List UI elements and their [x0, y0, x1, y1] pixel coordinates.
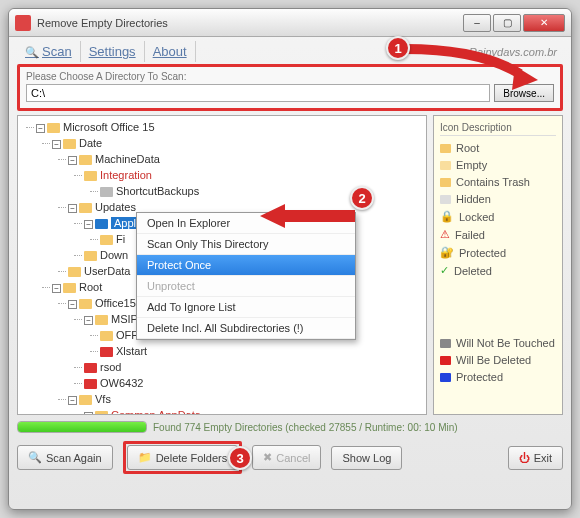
- folder-icon: [84, 251, 97, 261]
- folder-icon: [79, 155, 92, 165]
- tree-node[interactable]: Office15: [95, 297, 136, 309]
- show-log-button[interactable]: Show Log: [331, 446, 402, 470]
- tree-node[interactable]: Integration: [100, 169, 152, 181]
- annotation-arrow-2: [260, 198, 360, 238]
- red-square-icon: [440, 356, 451, 365]
- exit-icon: ⏻: [519, 452, 530, 464]
- collapse-icon[interactable]: −: [68, 396, 77, 405]
- svg-marker-0: [512, 66, 538, 90]
- status-text: Found 774 Empty Directories (checked 278…: [153, 422, 458, 433]
- tree-node[interactable]: MSIP: [111, 313, 138, 325]
- tree-node[interactable]: rsod: [100, 361, 121, 373]
- folder-icon: [100, 331, 113, 341]
- folder-icon: [79, 203, 92, 213]
- annotation-badge-3: 3: [228, 446, 252, 470]
- tree-node[interactable]: Common AppData: [111, 409, 201, 415]
- blue-square-icon: [440, 373, 451, 382]
- folder-icon: [84, 363, 97, 373]
- tree-node[interactable]: MachineData: [95, 153, 160, 165]
- button-row: 🔍Scan Again 📁Delete Folders ✖Cancel Show…: [17, 441, 563, 474]
- legend-header: Icon Description: [440, 122, 556, 136]
- content-area: Scan Settings About Rainvdavs.com.br Ple…: [9, 37, 571, 482]
- ctx-protect-once[interactable]: Protect Once: [137, 255, 355, 276]
- empty-icon: [440, 161, 451, 170]
- collapse-icon[interactable]: −: [68, 204, 77, 213]
- collapse-icon[interactable]: −: [52, 284, 61, 293]
- ctx-unprotect[interactable]: Unprotect: [137, 276, 355, 297]
- delete-highlight: 📁Delete Folders: [123, 441, 243, 474]
- tree-node[interactable]: Updates: [95, 201, 136, 213]
- minimize-button[interactable]: –: [463, 14, 491, 32]
- svg-marker-1: [260, 204, 355, 228]
- collapse-icon[interactable]: −: [52, 140, 61, 149]
- scan-again-button[interactable]: 🔍Scan Again: [17, 445, 113, 470]
- tree-node[interactable]: Vfs: [95, 393, 111, 405]
- tree-node[interactable]: Down: [100, 249, 128, 261]
- lock-icon: 🔒: [440, 210, 454, 223]
- app-icon: [15, 15, 31, 31]
- hidden-icon: [440, 195, 451, 204]
- collapse-icon[interactable]: −: [84, 220, 93, 229]
- annotation-badge-1: 1: [386, 36, 410, 60]
- ctx-delete-all[interactable]: Delete Incl. All Subdirectories (!): [137, 318, 355, 339]
- trash-icon: [440, 178, 451, 187]
- gray-square-icon: [440, 339, 451, 348]
- folder-icon: [95, 411, 108, 415]
- folder-icon: [79, 395, 92, 405]
- tree-pane[interactable]: −Microsoft Office 15 −Date −MachineData …: [17, 115, 427, 415]
- search-icon: 🔍: [28, 451, 42, 464]
- titlebar: Remove Empty Directories – ▢ ✕: [9, 9, 571, 37]
- folder-delete-icon: 📁: [138, 451, 152, 464]
- main-row: −Microsoft Office 15 −Date −MachineData …: [17, 115, 563, 415]
- collapse-icon[interactable]: −: [84, 316, 93, 325]
- tree-node[interactable]: Root: [79, 281, 102, 293]
- cancel-icon: ✖: [263, 451, 272, 464]
- maximize-button[interactable]: ▢: [493, 14, 521, 32]
- collapse-icon[interactable]: −: [68, 300, 77, 309]
- menu-scan[interactable]: Scan: [17, 41, 81, 62]
- folder-icon: [63, 283, 76, 293]
- menu-settings[interactable]: Settings: [81, 41, 145, 62]
- folder-icon: [68, 267, 81, 277]
- window-controls: – ▢ ✕: [463, 14, 565, 32]
- progress-row: Found 774 Empty Directories (checked 278…: [17, 421, 563, 433]
- annotation-arrow-1: [400, 44, 540, 94]
- progress-bar: [17, 421, 147, 433]
- folder-icon: [100, 347, 113, 357]
- folder-icon: [84, 171, 97, 181]
- check-icon: ✓: [440, 264, 449, 277]
- cancel-button[interactable]: ✖Cancel: [252, 445, 321, 470]
- folder-icon: [95, 219, 108, 229]
- tree-node[interactable]: ShortcutBackups: [116, 185, 199, 197]
- tree-node[interactable]: UserData: [84, 265, 130, 277]
- collapse-icon[interactable]: −: [68, 156, 77, 165]
- tree-node[interactable]: Microsoft Office 15: [63, 121, 155, 133]
- warning-icon: ⚠: [440, 228, 450, 241]
- menu-about[interactable]: About: [145, 41, 196, 62]
- annotation-badge-2: 2: [350, 186, 374, 210]
- exit-button[interactable]: ⏻Exit: [508, 446, 563, 470]
- close-button[interactable]: ✕: [523, 14, 565, 32]
- folder-icon: [100, 187, 113, 197]
- folder-icon: [79, 299, 92, 309]
- protected-icon: 🔐: [440, 246, 454, 259]
- folder-icon: [84, 379, 97, 389]
- tree-node[interactable]: Xlstart: [116, 345, 147, 357]
- folder-icon: [47, 123, 60, 133]
- tree-node[interactable]: OW6432: [100, 377, 143, 389]
- root-icon: [440, 144, 451, 153]
- collapse-icon[interactable]: −: [84, 412, 93, 415]
- legend-pane: Icon Description Root Empty Contains Tra…: [433, 115, 563, 415]
- ctx-add-ignore[interactable]: Add To Ignore List: [137, 297, 355, 318]
- tree-node[interactable]: Fi: [116, 233, 125, 245]
- folder-icon: [63, 139, 76, 149]
- collapse-icon[interactable]: −: [36, 124, 45, 133]
- window-title: Remove Empty Directories: [37, 17, 463, 29]
- delete-folders-button[interactable]: 📁Delete Folders: [127, 445, 239, 470]
- tree-node[interactable]: Date: [79, 137, 102, 149]
- folder-icon: [100, 235, 113, 245]
- folder-icon: [95, 315, 108, 325]
